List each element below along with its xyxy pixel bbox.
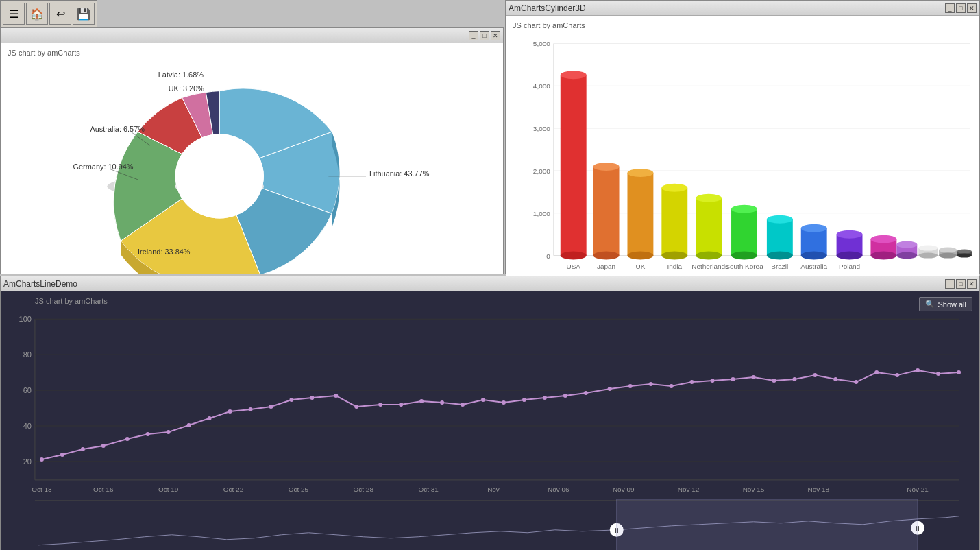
- cyl-close-button[interactable]: ✕: [967, 3, 977, 13]
- svg-text:Oct 13: Oct 13: [32, 486, 52, 493]
- svg-point-33: [627, 169, 653, 177]
- svg-text:Japan: Japan: [597, 263, 615, 271]
- svg-point-129: [854, 380, 858, 384]
- svg-text:Ireland: 33.84%: Ireland: 33.84%: [138, 248, 191, 256]
- svg-rect-47: [801, 228, 827, 256]
- svg-text:Nov 06: Nov 06: [548, 486, 569, 493]
- svg-point-102: [289, 398, 293, 402]
- minimize-button[interactable]: _: [469, 31, 478, 40]
- svg-text:5,000: 5,000: [533, 40, 550, 47]
- svg-text:India: India: [667, 263, 682, 271]
- svg-text:Oct 28: Oct 28: [354, 486, 374, 493]
- svg-text:1,000: 1,000: [533, 210, 550, 217]
- line-svg: 100 80 60 40 20: [1, 291, 979, 550]
- line-close-button[interactable]: ✕: [967, 279, 977, 289]
- svg-point-133: [936, 372, 940, 376]
- svg-text:Nov 09: Nov 09: [613, 486, 635, 493]
- svg-point-107: [399, 403, 403, 407]
- donut-controls: _ □ ✕: [469, 31, 500, 40]
- cyl-maximize-button[interactable]: □: [956, 3, 966, 13]
- svg-point-114: [543, 396, 547, 400]
- cyl-minimize-button[interactable]: _: [945, 3, 955, 13]
- cylinder-titlebar: AmChartsCylinder3D _ □ ✕: [506, 1, 979, 16]
- svg-rect-26: [561, 75, 587, 255]
- maximize-button[interactable]: □: [480, 31, 489, 40]
- svg-point-27: [561, 71, 587, 79]
- svg-text:Nov 21: Nov 21: [907, 486, 929, 493]
- line-titlebar: AmChartsLineDemo _ □ ✕: [1, 276, 979, 291]
- svg-rect-29: [593, 167, 620, 256]
- svg-text:2,000: 2,000: [533, 167, 550, 175]
- menu-button[interactable]: ☰: [3, 3, 25, 25]
- svg-point-97: [187, 423, 191, 427]
- svg-text:60: 60: [23, 386, 32, 394]
- line-controls: _ □ ✕: [945, 279, 977, 289]
- svg-text:Oct 16: Oct 16: [93, 486, 114, 493]
- line-title: AmChartsLineDemo: [3, 279, 77, 289]
- line-maximize-button[interactable]: □: [956, 279, 966, 289]
- svg-text:Oct 25: Oct 25: [289, 486, 309, 493]
- save-button[interactable]: 💾: [73, 3, 95, 25]
- cylinder-chart-panel: AmChartsCylinder3D _ □ ✕ JS chart by amC…: [505, 0, 980, 274]
- cylinder-chart-area: JS chart by amCharts 0 1,000 2,000 3,000…: [506, 16, 979, 289]
- svg-text:Nov 15: Nov 15: [743, 486, 765, 493]
- svg-text:40: 40: [23, 422, 32, 430]
- svg-point-110: [461, 403, 465, 407]
- svg-point-98: [208, 416, 212, 420]
- zoom-icon: 🔍: [925, 300, 935, 309]
- svg-point-36: [661, 184, 687, 192]
- svg-point-112: [502, 400, 506, 405]
- svg-point-39: [696, 194, 722, 202]
- svg-point-63: [939, 248, 957, 253]
- svg-point-121: [690, 380, 694, 384]
- svg-point-95: [146, 432, 150, 436]
- cylinder-chart-label: JS chart by amCharts: [513, 21, 585, 29]
- svg-point-103: [310, 396, 314, 400]
- svg-point-64: [939, 253, 957, 259]
- svg-text:20: 20: [23, 457, 32, 466]
- donut-svg: Lithuania: 43.77% Ireland: 33.84% German…: [1, 43, 503, 274]
- svg-point-127: [813, 373, 817, 377]
- svg-rect-32: [627, 173, 653, 256]
- svg-point-118: [628, 384, 633, 388]
- svg-text:Australia: Australia: [800, 263, 827, 271]
- undo-button[interactable]: ↩: [49, 3, 71, 25]
- svg-rect-44: [767, 219, 793, 256]
- svg-text:0: 0: [546, 252, 550, 260]
- svg-point-123: [731, 377, 735, 381]
- svg-point-30: [593, 163, 620, 171]
- svg-point-108: [419, 399, 424, 403]
- svg-point-55: [870, 252, 896, 260]
- donut-titlebar: _ □ ✕: [1, 28, 503, 43]
- svg-text:Lithuania: 43.77%: Lithuania: 43.77%: [369, 169, 430, 178]
- svg-point-43: [731, 252, 757, 260]
- line-minimize-button[interactable]: _: [945, 279, 955, 289]
- svg-point-31: [593, 252, 620, 260]
- svg-point-57: [896, 241, 917, 248]
- svg-point-48: [801, 224, 827, 232]
- svg-text:Nov 18: Nov 18: [808, 486, 830, 493]
- svg-point-115: [563, 394, 567, 398]
- cylinder-title: AmChartsCylinder3D: [509, 3, 586, 13]
- svg-point-67: [957, 254, 972, 258]
- svg-text:Oct 31: Oct 31: [418, 486, 439, 493]
- show-all-label: Show all: [938, 300, 966, 309]
- svg-text:South Korea: South Korea: [725, 263, 763, 271]
- svg-point-34: [627, 252, 653, 260]
- svg-point-96: [167, 430, 171, 434]
- svg-text:Poland: Poland: [839, 263, 860, 271]
- cylinder-svg: 0 1,000 2,000 3,000 4,000 5,000: [506, 16, 979, 289]
- svg-point-46: [767, 252, 793, 260]
- svg-point-51: [837, 230, 863, 239]
- show-all-button[interactable]: 🔍 Show all: [919, 297, 972, 311]
- close-button[interactable]: ✕: [491, 31, 500, 40]
- svg-point-124: [751, 375, 755, 379]
- svg-point-28: [561, 252, 587, 260]
- svg-point-126: [792, 377, 796, 381]
- svg-text:Brazil: Brazil: [771, 263, 788, 271]
- svg-point-40: [696, 252, 722, 260]
- home-button[interactable]: 🏠: [26, 3, 48, 25]
- line-chart-area: JS chart by amCharts 🔍 Show all 100 80: [1, 291, 979, 550]
- svg-point-90: [40, 457, 44, 462]
- svg-text:USA: USA: [566, 263, 580, 271]
